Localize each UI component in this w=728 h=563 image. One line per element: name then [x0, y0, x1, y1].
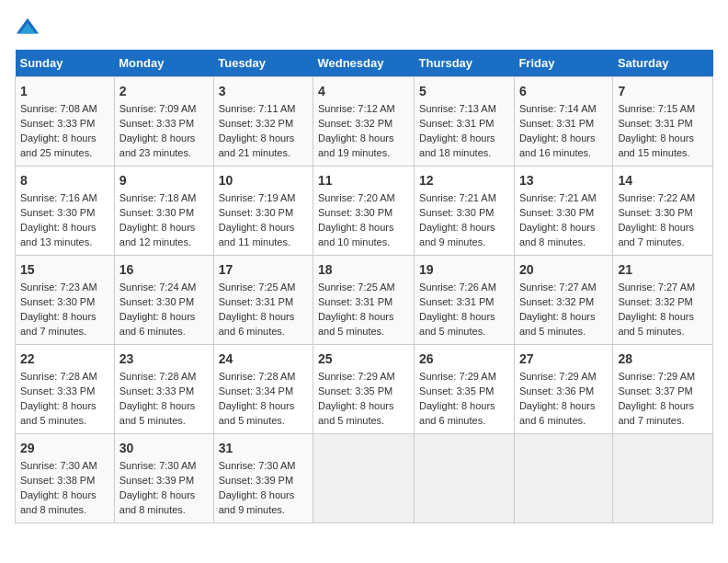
- day-number: 25: [318, 350, 409, 368]
- day-number: 17: [219, 260, 308, 279]
- day-cell: [415, 434, 515, 523]
- daylight-label: Daylight: 8 hours and 5 minutes.: [318, 311, 394, 337]
- sunset-label: Sunset: 3:35 PM: [419, 385, 494, 396]
- daylight-label: Daylight: 8 hours and 19 minutes.: [318, 132, 394, 158]
- sunset-label: Sunset: 3:32 PM: [519, 296, 594, 307]
- day-cell: 6Sunrise: 7:14 AMSunset: 3:31 PMDaylight…: [514, 77, 612, 167]
- sunrise-label: Sunrise: 7:27 AM: [618, 282, 695, 293]
- daylight-label: Daylight: 8 hours and 8 minutes.: [519, 222, 596, 247]
- day-number: 16: [119, 260, 209, 279]
- day-number: 23: [119, 350, 209, 368]
- day-number: 10: [219, 171, 308, 190]
- day-cell: 23Sunrise: 7:28 AMSunset: 3:33 PMDayligh…: [114, 345, 213, 434]
- day-cell: 18Sunrise: 7:25 AMSunset: 3:31 PMDayligh…: [313, 256, 414, 345]
- sunset-label: Sunset: 3:32 PM: [318, 118, 392, 129]
- sunset-label: Sunset: 3:30 PM: [119, 296, 194, 307]
- daylight-label: Daylight: 8 hours and 9 minutes.: [219, 489, 295, 515]
- sunset-label: Sunset: 3:32 PM: [618, 296, 692, 307]
- sunset-label: Sunset: 3:30 PM: [219, 207, 293, 218]
- day-cell: 11Sunrise: 7:20 AMSunset: 3:30 PMDayligh…: [313, 167, 414, 256]
- sunset-label: Sunset: 3:30 PM: [20, 207, 95, 218]
- day-number: 19: [419, 260, 509, 279]
- daylight-label: Daylight: 8 hours and 5 minutes.: [318, 400, 394, 426]
- sunset-label: Sunset: 3:31 PM: [519, 118, 594, 129]
- week-row-4: 22Sunrise: 7:28 AMSunset: 3:33 PMDayligh…: [16, 345, 713, 434]
- daylight-label: Daylight: 8 hours and 18 minutes.: [419, 132, 495, 158]
- day-number: 9: [119, 171, 209, 190]
- sunset-label: Sunset: 3:37 PM: [618, 385, 692, 396]
- sunset-label: Sunset: 3:30 PM: [119, 207, 194, 218]
- sunrise-label: Sunrise: 7:28 AM: [219, 371, 296, 382]
- daylight-label: Daylight: 8 hours and 15 minutes.: [618, 132, 694, 158]
- sunset-label: Sunset: 3:32 PM: [219, 118, 293, 129]
- sunrise-label: Sunrise: 7:30 AM: [20, 460, 97, 471]
- day-cell: [313, 434, 414, 523]
- day-cell: 12Sunrise: 7:21 AMSunset: 3:30 PMDayligh…: [415, 167, 515, 256]
- sunset-label: Sunset: 3:31 PM: [419, 296, 494, 307]
- day-cell: 8Sunrise: 7:16 AMSunset: 3:30 PMDaylight…: [16, 167, 115, 256]
- week-row-1: 1Sunrise: 7:08 AMSunset: 3:33 PMDaylight…: [16, 77, 713, 167]
- day-number: 11: [318, 171, 409, 190]
- sunset-label: Sunset: 3:36 PM: [519, 385, 594, 396]
- day-cell: 24Sunrise: 7:28 AMSunset: 3:34 PMDayligh…: [213, 345, 313, 434]
- day-cell: 20Sunrise: 7:27 AMSunset: 3:32 PMDayligh…: [514, 256, 612, 345]
- day-cell: 17Sunrise: 7:25 AMSunset: 3:31 PMDayligh…: [213, 256, 313, 345]
- day-cell: [613, 434, 713, 523]
- day-cell: 16Sunrise: 7:24 AMSunset: 3:30 PMDayligh…: [114, 256, 213, 345]
- col-header-wednesday: Wednesday: [313, 50, 414, 77]
- sunrise-label: Sunrise: 7:26 AM: [419, 282, 496, 293]
- daylight-label: Daylight: 8 hours and 6 minutes.: [119, 311, 196, 337]
- sunset-label: Sunset: 3:39 PM: [219, 475, 293, 486]
- day-cell: 2Sunrise: 7:09 AMSunset: 3:33 PMDaylight…: [114, 77, 213, 167]
- col-header-tuesday: Tuesday: [213, 50, 313, 77]
- day-number: 2: [119, 82, 209, 100]
- daylight-label: Daylight: 8 hours and 12 minutes.: [119, 222, 196, 247]
- sunset-label: Sunset: 3:33 PM: [20, 118, 95, 129]
- col-header-saturday: Saturday: [613, 50, 713, 77]
- day-cell: 22Sunrise: 7:28 AMSunset: 3:33 PMDayligh…: [16, 345, 115, 434]
- col-header-monday: Monday: [114, 50, 213, 77]
- daylight-label: Daylight: 8 hours and 6 minutes.: [519, 400, 596, 426]
- sunrise-label: Sunrise: 7:29 AM: [618, 371, 695, 382]
- sunrise-label: Sunrise: 7:30 AM: [219, 460, 296, 471]
- sunrise-label: Sunrise: 7:12 AM: [318, 103, 395, 114]
- sunset-label: Sunset: 3:33 PM: [20, 385, 95, 396]
- daylight-label: Daylight: 8 hours and 21 minutes.: [219, 132, 295, 158]
- daylight-label: Daylight: 8 hours and 5 minutes.: [219, 400, 295, 426]
- day-cell: 7Sunrise: 7:15 AMSunset: 3:31 PMDaylight…: [613, 77, 713, 167]
- sunrise-label: Sunrise: 7:20 AM: [318, 192, 395, 203]
- daylight-label: Daylight: 8 hours and 5 minutes.: [419, 311, 495, 337]
- sunset-label: Sunset: 3:39 PM: [119, 475, 194, 486]
- sunrise-label: Sunrise: 7:19 AM: [219, 192, 296, 203]
- daylight-label: Daylight: 8 hours and 6 minutes.: [419, 400, 495, 426]
- sunrise-label: Sunrise: 7:09 AM: [119, 103, 197, 114]
- daylight-label: Daylight: 8 hours and 7 minutes.: [618, 400, 694, 426]
- sunrise-label: Sunrise: 7:13 AM: [419, 103, 496, 114]
- day-cell: 1Sunrise: 7:08 AMSunset: 3:33 PMDaylight…: [16, 77, 115, 167]
- day-number: 21: [618, 260, 708, 279]
- daylight-label: Daylight: 8 hours and 16 minutes.: [519, 132, 596, 158]
- day-cell: 3Sunrise: 7:11 AMSunset: 3:32 PMDaylight…: [213, 77, 313, 167]
- sunrise-label: Sunrise: 7:08 AM: [20, 103, 97, 114]
- sunrise-label: Sunrise: 7:15 AM: [618, 103, 695, 114]
- day-number: 12: [419, 171, 509, 190]
- day-number: 8: [20, 171, 109, 190]
- sunrise-label: Sunrise: 7:23 AM: [20, 282, 97, 293]
- day-cell: 4Sunrise: 7:12 AMSunset: 3:32 PMDaylight…: [313, 77, 414, 167]
- week-row-2: 8Sunrise: 7:16 AMSunset: 3:30 PMDaylight…: [16, 167, 713, 256]
- daylight-label: Daylight: 8 hours and 6 minutes.: [219, 311, 295, 337]
- sunrise-label: Sunrise: 7:22 AM: [618, 192, 695, 203]
- day-cell: 25Sunrise: 7:29 AMSunset: 3:35 PMDayligh…: [313, 345, 414, 434]
- sunrise-label: Sunrise: 7:29 AM: [519, 371, 597, 382]
- day-number: 22: [20, 350, 109, 368]
- page-header: [15, 15, 713, 40]
- sunrise-label: Sunrise: 7:14 AM: [519, 103, 597, 114]
- day-number: 1: [20, 82, 109, 100]
- day-cell: 31Sunrise: 7:30 AMSunset: 3:39 PMDayligh…: [213, 434, 313, 523]
- sunrise-label: Sunrise: 7:18 AM: [119, 192, 197, 203]
- logo-icon: [15, 15, 40, 40]
- sunrise-label: Sunrise: 7:25 AM: [219, 282, 296, 293]
- day-cell: 19Sunrise: 7:26 AMSunset: 3:31 PMDayligh…: [415, 256, 515, 345]
- sunset-label: Sunset: 3:30 PM: [20, 296, 95, 307]
- sunset-label: Sunset: 3:31 PM: [618, 118, 692, 129]
